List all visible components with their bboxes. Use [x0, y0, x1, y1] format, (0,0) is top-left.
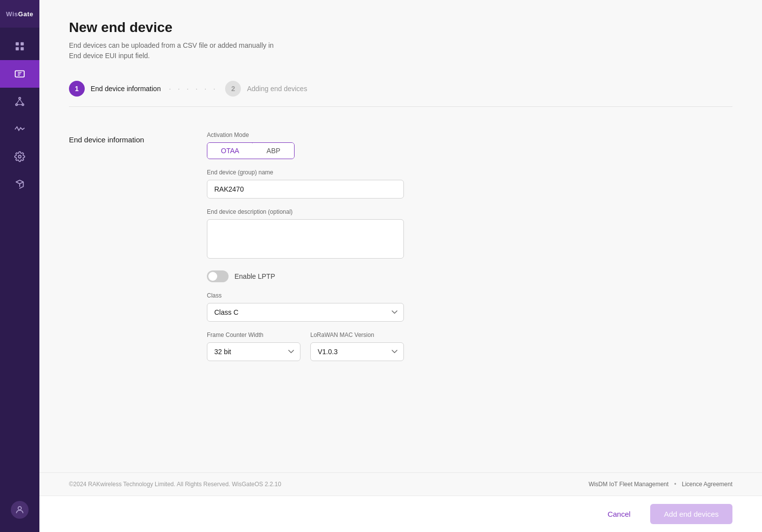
sidebar-item-end-devices[interactable]	[0, 60, 39, 88]
device-name-field: End device (group) name	[207, 169, 404, 199]
cancel-button[interactable]: Cancel	[597, 505, 640, 523]
step-2-circle: 2	[225, 81, 241, 97]
sidebar-item-plugins[interactable]	[0, 170, 39, 198]
main-content: New end device End devices can be upload…	[39, 0, 762, 532]
svg-rect-1	[21, 42, 24, 45]
gear-icon	[14, 151, 25, 162]
svg-rect-0	[16, 42, 19, 45]
lorawan-mac-label: LoRaWAN MAC Version	[310, 332, 404, 338]
network-icon	[14, 96, 25, 107]
sidebar-nav	[0, 28, 39, 493]
lptp-slider	[207, 270, 229, 282]
footer-links: WisDM IoT Fleet Management • Licence Agr…	[589, 481, 732, 488]
action-bar: Cancel Add end devices	[39, 496, 762, 532]
logo: WisGate	[0, 0, 39, 28]
activation-mode-field: Activation Mode OTAA ABP	[207, 132, 404, 159]
footer: ©2024 RAKwireless Technology Limited. Al…	[39, 472, 762, 496]
footer-copyright: ©2024 RAKwireless Technology Limited. Al…	[69, 481, 281, 488]
sidebar-item-network[interactable]	[0, 88, 39, 115]
plugin-icon	[14, 179, 25, 190]
device-icon	[14, 68, 25, 79]
activation-mode-label: Activation Mode	[207, 132, 404, 138]
step-1-label: End device information	[91, 85, 161, 93]
user-icon	[15, 505, 25, 515]
description-field: End device description (optional)	[207, 208, 404, 261]
form-fields: Activation Mode OTAA ABP End device (gro…	[207, 132, 404, 361]
page-subtitle: End devices can be uploaded from a CSV f…	[69, 40, 732, 61]
lorawan-mac-select[interactable]: V1.0.2 V1.0.3 V1.0.4 V1.1	[310, 342, 404, 361]
device-name-label: End device (group) name	[207, 169, 404, 176]
content-area: New end device End devices can be upload…	[39, 0, 762, 472]
class-label: Class	[207, 292, 404, 299]
form-section: End device information Activation Mode O…	[69, 132, 732, 361]
svg-point-15	[18, 506, 22, 510]
add-end-devices-button[interactable]: Add end devices	[650, 504, 732, 524]
enable-lptp-row: Enable LPTP	[207, 270, 404, 282]
activity-icon	[14, 124, 25, 134]
step-2: 2 Adding end devices	[225, 81, 307, 97]
row-fields: Frame Counter Width 16 bit 32 bit LoRaWA…	[207, 332, 404, 361]
grid-icon	[14, 41, 25, 52]
otaa-button[interactable]: OTAA	[207, 142, 254, 159]
logo-wis: Wis	[6, 10, 18, 18]
class-field: Class Class A Class B Class C	[207, 292, 404, 322]
avatar	[11, 501, 29, 519]
abp-button[interactable]: ABP	[253, 143, 294, 159]
step-1: 1 End device information	[69, 81, 161, 97]
sidebar-item-settings[interactable]	[0, 143, 39, 170]
frame-counter-field: Frame Counter Width 16 bit 32 bit	[207, 332, 300, 361]
activation-mode-toggle: OTAA ABP	[207, 142, 295, 159]
step-1-circle: 1	[69, 81, 85, 97]
enable-lptp-switch[interactable]	[207, 270, 229, 282]
svg-line-12	[20, 99, 23, 103]
sidebar-item-dashboard[interactable]	[0, 33, 39, 60]
footer-separator: •	[674, 481, 676, 488]
subtitle-line2: End device EUI input field.	[69, 52, 150, 60]
svg-point-8	[19, 98, 21, 100]
stepper: 1 End device information · · · · · · 2 A…	[69, 81, 732, 107]
sidebar-avatar[interactable]	[0, 493, 39, 527]
svg-point-14	[18, 155, 21, 158]
footer-link-licence[interactable]: Licence Agreement	[682, 481, 732, 488]
device-name-input[interactable]	[207, 180, 404, 199]
description-textarea[interactable]	[207, 219, 404, 259]
logo-gate: Gate	[18, 10, 33, 18]
page-title: New end device	[69, 20, 732, 35]
svg-rect-3	[21, 47, 24, 50]
step-2-label: Adding end devices	[247, 85, 307, 93]
frame-counter-select[interactable]: 16 bit 32 bit	[207, 342, 300, 361]
footer-link-wisdm[interactable]: WisDM IoT Fleet Management	[589, 481, 669, 488]
lorawan-mac-field: LoRaWAN MAC Version V1.0.2 V1.0.3 V1.0.4…	[310, 332, 404, 361]
form-section-label: End device information	[69, 132, 167, 361]
sidebar-item-monitoring[interactable]	[0, 115, 39, 143]
subtitle-line1: End devices can be uploaded from a CSV f…	[69, 41, 274, 49]
frame-counter-label: Frame Counter Width	[207, 332, 300, 338]
svg-line-11	[17, 99, 20, 103]
step-connector: · · · · · ·	[168, 84, 217, 94]
sidebar: WisGate	[0, 0, 39, 532]
description-label: End device description (optional)	[207, 208, 404, 215]
enable-lptp-label: Enable LPTP	[234, 272, 275, 280]
class-select[interactable]: Class A Class B Class C	[207, 303, 404, 322]
svg-rect-2	[16, 47, 19, 50]
